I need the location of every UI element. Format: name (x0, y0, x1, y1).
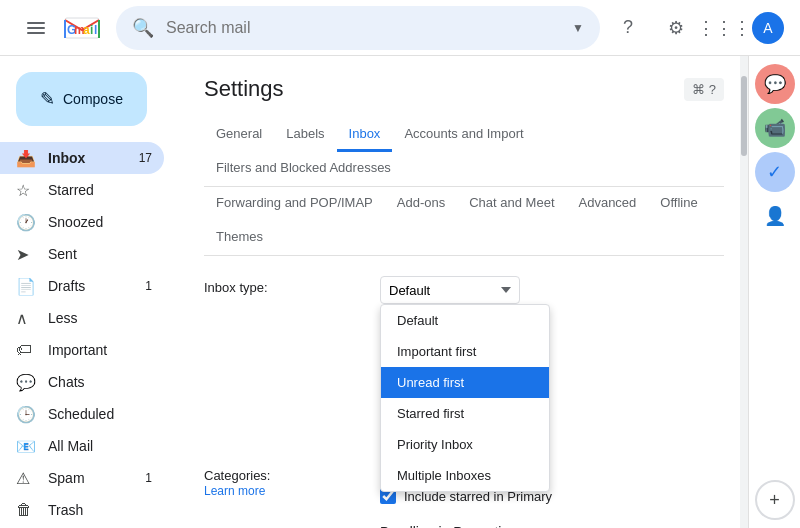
svg-text:l: l (94, 23, 97, 37)
sidebar-item-all-mail[interactable]: 📧 All Mail (0, 430, 164, 462)
snooze-icon: 🕐 (16, 213, 36, 232)
sidebar-item-scheduled[interactable]: 🕒 Scheduled (0, 398, 164, 430)
sidebar: ✎ Compose 📥 Inbox 17 ☆ Starred 🕐 Snoozed… (0, 56, 180, 528)
option-priority-inbox[interactable]: Priority Inbox (381, 429, 549, 460)
inbox-type-select[interactable]: Default (380, 276, 520, 304)
avatar[interactable]: A (752, 12, 784, 44)
gmail-logo: G m a i l (64, 15, 100, 41)
compose-button[interactable]: ✎ Compose (16, 72, 147, 126)
top-actions: ? ⚙ ⋮⋮⋮ A (608, 8, 784, 48)
tab-inbox[interactable]: Inbox (337, 118, 393, 152)
settings-area: Settings ⌘ ? General Labels Inbox Accoun… (180, 56, 748, 528)
right-add-icon[interactable]: + (755, 480, 795, 520)
keyboard-shortcut: ⌘ ? (684, 78, 724, 101)
top-bar: G m a i l 🔍 ▼ ? ⚙ ⋮⋮⋮ A (0, 0, 800, 56)
option-multiple-inboxes[interactable]: Multiple Inboxes (381, 460, 549, 491)
option-default[interactable]: Default (381, 305, 549, 336)
tab-filters[interactable]: Filters and Blocked Addresses (204, 152, 403, 186)
sidebar-item-inbox[interactable]: 📥 Inbox 17 (0, 142, 164, 174)
sidebar-item-snoozed[interactable]: 🕐 Snoozed (0, 206, 164, 238)
sidebar-item-trash[interactable]: 🗑 Trash (0, 494, 164, 526)
svg-rect-1 (27, 27, 45, 29)
inbox-type-menu[interactable]: Default Important first Unread first Sta… (380, 304, 550, 492)
learn-more-link[interactable]: Learn more (204, 484, 265, 498)
inbox-icon: 📥 (16, 149, 36, 168)
menu-button[interactable] (16, 8, 56, 48)
spam-icon: ⚠ (16, 469, 36, 488)
tab-labels[interactable]: Labels (274, 118, 336, 152)
search-bar[interactable]: 🔍 ▼ (116, 6, 600, 50)
sidebar-item-important[interactable]: 🏷 Important (0, 334, 164, 366)
star-icon: ☆ (16, 181, 36, 200)
search-input[interactable] (166, 19, 560, 37)
option-starred-first[interactable]: Starred first (381, 398, 549, 429)
tab-advanced[interactable]: Advanced (567, 187, 649, 221)
inbox-type-dropdown[interactable]: Default Default Important first Unread f… (380, 276, 520, 304)
chevron-up-icon: ∧ (16, 309, 36, 328)
draft-icon: 📄 (16, 277, 36, 296)
svg-text:a: a (83, 23, 90, 37)
inbox-type-row: Inbox type: Default Default Important fi… (204, 276, 724, 304)
svg-text:i: i (90, 23, 93, 37)
bundling-section: Bundling in Promotions Enable bundling o… (380, 524, 724, 528)
svg-rect-0 (27, 22, 45, 24)
sidebar-item-chats[interactable]: 💬 Chats (0, 366, 164, 398)
svg-rect-2 (27, 32, 45, 34)
sidebar-item-less[interactable]: ∧ Less (0, 302, 164, 334)
sidebar-item-spam[interactable]: ⚠ Spam 1 (0, 462, 164, 494)
all-mail-icon: 📧 (16, 437, 36, 456)
search-expand-icon: ▼ (572, 21, 584, 35)
settings-header: Settings ⌘ ? General Labels Inbox Accoun… (180, 56, 748, 256)
send-icon: ➤ (16, 245, 36, 264)
settings-content: Inbox type: Default Default Important fi… (180, 256, 748, 528)
bundling-title: Bundling in Promotions (380, 524, 724, 528)
tab-themes[interactable]: Themes (204, 221, 275, 255)
settings-tabs-row2: Forwarding and POP/IMAP Add-ons Chat and… (204, 187, 724, 256)
compose-icon: ✎ (40, 88, 55, 110)
right-chat-icon[interactable]: 💬 (755, 64, 795, 104)
sidebar-item-starred[interactable]: ☆ Starred (0, 174, 164, 206)
settings-button[interactable]: ⚙ (656, 8, 696, 48)
settings-title: Settings ⌘ ? (204, 76, 724, 102)
scroll-track[interactable] (740, 56, 748, 528)
tab-general[interactable]: General (204, 118, 274, 152)
option-unread-first[interactable]: Unread first (381, 367, 549, 398)
search-icon: 🔍 (132, 17, 154, 39)
important-icon: 🏷 (16, 341, 36, 359)
right-meet-icon[interactable]: 📹 (755, 108, 795, 148)
tab-forwarding[interactable]: Forwarding and POP/IMAP (204, 187, 385, 221)
tab-addons[interactable]: Add-ons (385, 187, 457, 221)
settings-tabs-row1: General Labels Inbox Accounts and Import… (204, 118, 724, 187)
trash-icon: 🗑 (16, 501, 36, 519)
option-important-first[interactable]: Important first (381, 336, 549, 367)
sidebar-item-sent[interactable]: ➤ Sent (0, 238, 164, 270)
categories-label: Categories: Learn more (204, 464, 364, 498)
chat-icon: 💬 (16, 373, 36, 392)
right-panel: 💬 📹 ✓ 👤 + (748, 56, 800, 528)
tab-chat[interactable]: Chat and Meet (457, 187, 566, 221)
scroll-thumb[interactable] (741, 76, 747, 156)
inbox-type-label: Inbox type: (204, 276, 364, 295)
right-contacts-icon[interactable]: 👤 (755, 196, 795, 236)
help-button[interactable]: ? (608, 8, 648, 48)
scheduled-icon: 🕒 (16, 405, 36, 424)
right-tasks-icon[interactable]: ✓ (755, 152, 795, 192)
tab-offline[interactable]: Offline (648, 187, 709, 221)
apps-button[interactable]: ⋮⋮⋮ (704, 8, 744, 48)
sidebar-item-drafts[interactable]: 📄 Drafts 1 (0, 270, 164, 302)
inbox-type-value: Default Default Important first Unread f… (380, 276, 724, 304)
tab-accounts[interactable]: Accounts and Import (392, 118, 535, 152)
